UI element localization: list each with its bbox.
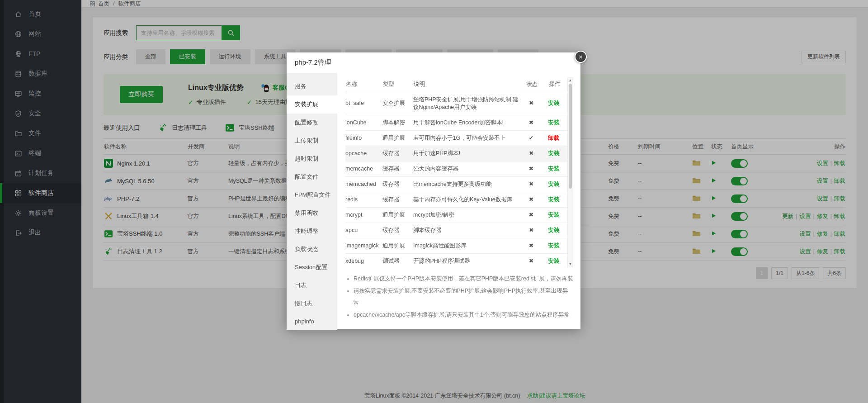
- extension-action-安装[interactable]: 安装: [548, 227, 560, 233]
- ext-col-action: 操作: [542, 77, 567, 92]
- extension-description: 强大的内容缓存器: [413, 161, 522, 176]
- extension-action-安装[interactable]: 安装: [548, 196, 560, 203]
- extension-action-cell: 安装: [542, 223, 567, 238]
- extension-type: 缓存器: [382, 146, 413, 161]
- extension-description: mcrypt加密/解密: [413, 207, 522, 223]
- extension-note: opcache/xcache/apc等脚本缓存扩展,请只安装其中1个,否则可能导…: [354, 309, 573, 321]
- extension-type: 脚本解密: [382, 115, 413, 130]
- modal-menu-配置修改[interactable]: 配置修改: [287, 114, 337, 132]
- extension-note: 请按实际需求安装扩展,不要安装不必要的PHP扩展,这会影响PHP执行效率,甚至出…: [354, 285, 573, 309]
- extension-name: xdebug: [345, 253, 382, 267]
- not-installed-cross-icon: ✖: [522, 115, 542, 130]
- extension-name: memcached: [345, 176, 382, 192]
- extension-action-cell: 安装: [542, 92, 567, 115]
- extension-table-header: 名称 类型 说明 状态 操作: [345, 77, 567, 92]
- extension-scrollbar[interactable]: ▲ ▼: [567, 77, 573, 267]
- installed-check-icon: ✔: [522, 130, 542, 146]
- not-installed-cross-icon: ✖: [522, 207, 542, 223]
- extension-action-安装[interactable]: 安装: [548, 119, 560, 126]
- scroll-thumb[interactable]: [569, 84, 572, 189]
- extension-action-安装[interactable]: 安装: [548, 212, 560, 218]
- modal-title: php-7.2管理: [287, 52, 580, 73]
- modal-close-button[interactable]: ×: [575, 51, 587, 63]
- extension-row-redis: redis缓存器基于内存亦可持久化的Key-Value数据库✖安装: [345, 192, 567, 207]
- modal-menu-配置文件[interactable]: 配置文件: [287, 168, 337, 186]
- not-installed-cross-icon: ✖: [522, 192, 542, 207]
- not-installed-cross-icon: ✖: [522, 176, 542, 192]
- close-icon: ×: [579, 53, 583, 60]
- not-installed-cross-icon: ✖: [522, 146, 542, 161]
- extension-action-安装[interactable]: 安装: [548, 166, 560, 172]
- extension-type: 缓存器: [382, 161, 413, 176]
- extension-name: redis: [345, 192, 382, 207]
- extension-note: Redis扩展仅支持一个PHP版本安装使用，若在其它PHP版本已安装redis扩…: [354, 273, 573, 285]
- extension-action-安装[interactable]: 安装: [548, 242, 560, 249]
- extension-type: 缓存器: [382, 192, 413, 207]
- extension-name: fileinfo: [345, 130, 382, 146]
- modal-menu-Session配置[interactable]: Session配置: [287, 258, 337, 276]
- modal-menu-phpinfo[interactable]: phpinfo: [287, 313, 337, 331]
- extension-type: 安全扩展: [382, 92, 413, 115]
- scroll-up-arrow[interactable]: ▲: [568, 78, 573, 83]
- extension-row-imagemagick: imagemagick通用扩展Imagick高性能图形库✖安装: [345, 238, 567, 253]
- modal-menu-FPM配置文件[interactable]: FPM配置文件: [287, 186, 337, 204]
- extension-name: imagemagick: [345, 238, 382, 253]
- extension-name: apcu: [345, 223, 382, 238]
- extension-description: 基于内存亦可持久化的Key-Value数据库: [413, 192, 522, 207]
- extension-name: memcache: [345, 161, 382, 176]
- extension-action-cell: 安装: [542, 146, 567, 161]
- modal-menu-超时限制[interactable]: 超时限制: [287, 150, 337, 168]
- ext-col-type: 类型: [382, 77, 413, 92]
- extension-table-wrap: 名称 类型 说明 状态 操作 bt_safe安全扩展堡塔PHP安全扩展,用于增强…: [345, 77, 573, 267]
- extension-description: 若可用内存小于1G，可能会安装不上: [413, 130, 522, 146]
- extension-type: 通用扩展: [382, 238, 413, 253]
- not-installed-cross-icon: ✖: [522, 161, 542, 176]
- not-installed-cross-icon: ✖: [522, 253, 542, 267]
- extension-action-卸载[interactable]: 卸载: [548, 135, 560, 141]
- modal-menu-上传限制[interactable]: 上传限制: [287, 132, 337, 150]
- extension-action-安装[interactable]: 安装: [548, 258, 560, 264]
- php-manage-modal: × php-7.2管理 服务安装扩展配置修改上传限制超时限制配置文件FPM配置文…: [287, 52, 580, 329]
- not-installed-cross-icon: ✖: [522, 238, 542, 253]
- modal-menu-慢日志[interactable]: 慢日志: [287, 294, 337, 313]
- extension-action-cell: 安装: [542, 115, 567, 130]
- modal-menu-禁用函数[interactable]: 禁用函数: [287, 204, 337, 222]
- extension-row-opcache: opcache缓存器用于加速PHP脚本!✖安装: [345, 146, 567, 161]
- modal-side-menu: 服务安装扩展配置修改上传限制超时限制配置文件FPM配置文件禁用函数性能调整负载状…: [287, 73, 337, 330]
- extension-name: mcrypt: [345, 207, 382, 223]
- extension-description: 用于解密ionCube Encoder加密脚本!: [413, 115, 522, 130]
- extension-row-fileinfo: fileinfo通用扩展若可用内存小于1G，可能会安装不上✔卸载: [345, 130, 567, 146]
- extension-description: 比memcache支持更多高级功能: [413, 176, 522, 192]
- extension-description: 脚本缓存器: [413, 223, 522, 238]
- extension-description: 用于加速PHP脚本!: [413, 146, 522, 161]
- extension-description: 开源的PHP程序调试器: [413, 253, 522, 267]
- extension-action-cell: 安装: [542, 253, 567, 267]
- modal-menu-性能调整[interactable]: 性能调整: [287, 222, 337, 240]
- extension-action-安装[interactable]: 安装: [548, 181, 560, 187]
- extension-row-bt_safe: bt_safe安全扩展堡塔PHP安全扩展,用于增强防跨站机制,建议Nginx/A…: [345, 92, 567, 115]
- extension-name: bt_safe: [345, 92, 382, 115]
- not-installed-cross-icon: ✖: [522, 223, 542, 238]
- extension-action-安装[interactable]: 安装: [548, 100, 560, 106]
- extension-description: 堡塔PHP安全扩展,用于增强防跨站机制,建议Nginx/Apache用户安装: [413, 92, 522, 115]
- modal-menu-服务[interactable]: 服务: [287, 77, 337, 95]
- modal-content: 名称 类型 说明 状态 操作 bt_safe安全扩展堡塔PHP安全扩展,用于增强…: [337, 73, 580, 330]
- extension-action-cell: 卸载: [542, 130, 567, 146]
- extension-action-cell: 安装: [542, 192, 567, 207]
- extension-type: 缓存器: [382, 176, 413, 192]
- modal-menu-安装扩展[interactable]: 安装扩展: [287, 95, 337, 114]
- ext-col-status: 状态: [522, 77, 542, 92]
- extension-row-ionCube: ionCube脚本解密用于解密ionCube Encoder加密脚本!✖安装: [345, 115, 567, 130]
- extension-type: 缓存器: [382, 223, 413, 238]
- scroll-down-arrow[interactable]: ▼: [568, 261, 573, 267]
- modal-menu-负载状态[interactable]: 负载状态: [287, 240, 337, 258]
- extension-type: 通用扩展: [382, 207, 413, 223]
- extension-action-安装[interactable]: 安装: [548, 150, 560, 156]
- modal-menu-日志[interactable]: 日志: [287, 276, 337, 294]
- extension-description: Imagick高性能图形库: [413, 238, 522, 253]
- extension-action-cell: 安装: [542, 207, 567, 223]
- extension-row-memcache: memcache缓存器强大的内容缓存器✖安装: [345, 161, 567, 176]
- extension-action-cell: 安装: [542, 161, 567, 176]
- extension-row-apcu: apcu缓存器脚本缓存器✖安装: [345, 223, 567, 238]
- not-installed-cross-icon: ✖: [522, 92, 542, 115]
